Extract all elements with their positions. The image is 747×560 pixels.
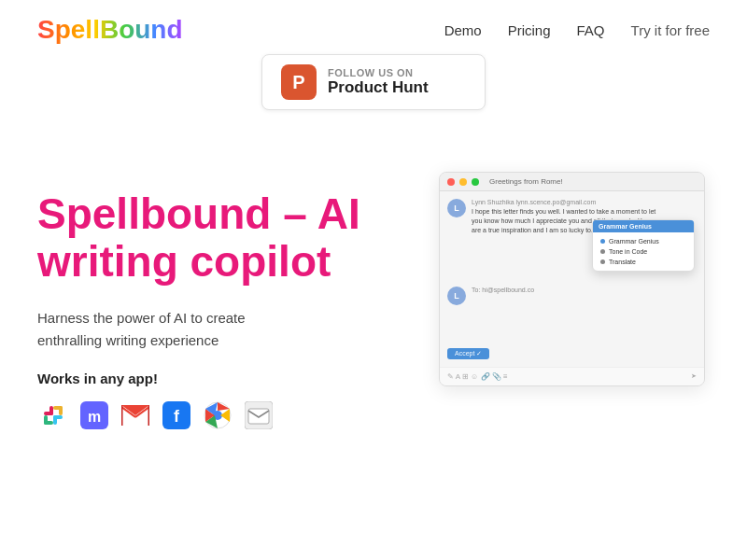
nav-demo[interactable]: Demo: [444, 22, 482, 38]
product-hunt-text: FOLLOW US ON Product Hunt: [328, 67, 429, 97]
titlebar-dot-red: [447, 178, 455, 186]
product-hunt-icon: P: [281, 64, 317, 100]
accept-button[interactable]: Accept ✓: [447, 348, 489, 359]
email-app-icon: [243, 399, 275, 431]
logo: SpellBound: [37, 15, 183, 45]
reply-icons: ✎ A ⊞ ☺ 🔗 📎 ≡: [447, 372, 508, 381]
popup-item-translate[interactable]: Translate: [597, 257, 690, 267]
header: SpellBound Demo Pricing FAQ Try it for f…: [0, 0, 747, 60]
screenshot: Greetings from Rome! L Lynn Shuzhika lyn…: [439, 172, 705, 386]
mastodon-icon: m: [78, 399, 110, 431]
send-icon[interactable]: ➤: [691, 372, 697, 380]
titlebar-dot-yellow: [459, 178, 467, 186]
svg-text:f: f: [174, 407, 180, 426]
accept-area: Accept ✓: [447, 343, 489, 359]
chrome-icon: [202, 399, 233, 431]
popup-item-grammar[interactable]: Grammar Genius: [597, 236, 690, 246]
reply-text: To: hi@spellbound.co: [472, 287, 534, 293]
svg-rect-5: [44, 421, 53, 425]
app-icons: m f: [37, 399, 420, 431]
nav: Demo Pricing FAQ Try it for free: [444, 22, 710, 38]
popup-item-tone[interactable]: Tone in Code: [597, 246, 690, 257]
product-hunt-banner[interactable]: P FOLLOW US ON Product Hunt: [261, 54, 486, 110]
screenshot-title: Greetings from Rome!: [489, 177, 563, 186]
email-from: Lynn Shuzhika lynn.scence.po@gmail.com: [472, 199, 658, 205]
slack-icon: [37, 399, 69, 431]
popup-menu: Grammar Genius Grammar Genius Tone in Co…: [592, 219, 695, 272]
left-content: Spellbound – AI writing copilot Harness …: [37, 172, 420, 431]
right-content: Greetings from Rome! L Lynn Shuzhika lyn…: [439, 172, 710, 431]
nav-try-free[interactable]: Try it for free: [631, 22, 710, 38]
hero-subheadline: Harness the power of AI to create enthra…: [37, 307, 420, 352]
reply-avatar: L: [447, 287, 466, 305]
svg-rect-16: [248, 409, 269, 424]
product-hunt-name: Product Hunt: [328, 78, 429, 97]
product-hunt-follow-label: FOLLOW US ON: [328, 67, 429, 78]
nav-pricing[interactable]: Pricing: [508, 22, 551, 38]
reply-toolbar: ✎ A ⊞ ☺ 🔗 📎 ≡ ➤: [440, 367, 704, 385]
nav-faq[interactable]: FAQ: [577, 22, 605, 38]
works-label: Works in any app!: [37, 371, 420, 386]
svg-rect-3: [53, 415, 63, 419]
screenshot-body: L Lynn Shuzhika lynn.scence.po@gmail.com…: [440, 191, 704, 313]
svg-rect-7: [53, 406, 63, 410]
titlebar-dot-green: [472, 178, 479, 186]
facebook-icon: f: [161, 399, 192, 431]
reply-meta: L To: hi@spellbound.co: [447, 287, 697, 305]
gmail-icon: [120, 399, 151, 431]
main-content: Spellbound – AI writing copilot Harness …: [0, 116, 747, 431]
avatar: L: [447, 199, 466, 217]
svg-text:m: m: [88, 409, 101, 425]
hero-headline: Spellbound – AI writing copilot: [37, 190, 420, 285]
popup-header: Grammar Genius: [593, 220, 694, 232]
screenshot-titlebar: Greetings from Rome!: [440, 173, 704, 191]
svg-rect-1: [44, 412, 53, 415]
